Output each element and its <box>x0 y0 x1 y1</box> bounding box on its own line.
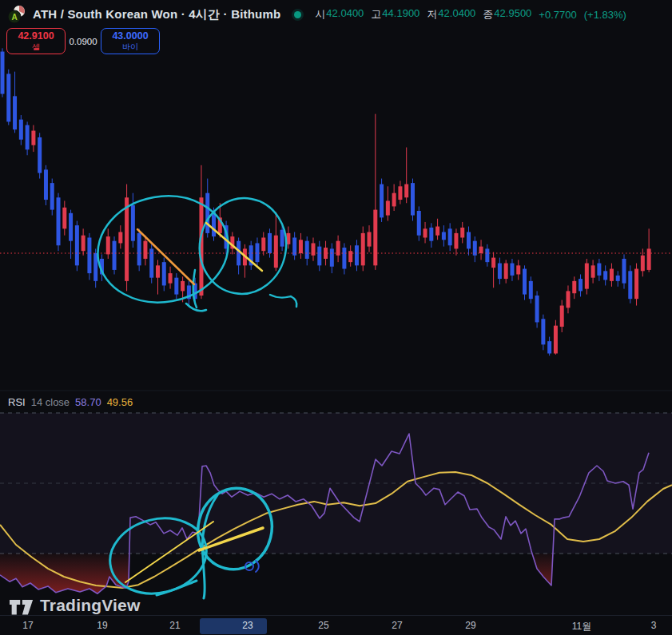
tradingview-logo-icon <box>10 593 34 617</box>
change-value: +0.7700 <box>539 9 576 21</box>
symbol-header: A ATH / South Korean Won · 4시간 · Bithumb… <box>6 4 626 25</box>
ohlc-values: 시42.0400 고44.1900 저42.0400 종42.9500 +0.7… <box>315 7 626 22</box>
tradingview-chart-screen: A ATH / South Korean Won · 4시간 · Bithumb… <box>0 0 672 635</box>
change-percent: (+1.83%) <box>584 9 626 21</box>
time-axis-label: 25 <box>318 620 328 631</box>
tradingview-watermark: TradingView <box>10 593 141 617</box>
indicator-name: RSI <box>8 396 26 408</box>
time-axis-label: 19 <box>97 620 107 631</box>
time-axis[interactable]: 1719212325272911월3 <box>0 615 672 635</box>
price-pane-drawings[interactable] <box>89 186 296 312</box>
rsi-ma-value: 49.56 <box>107 396 133 408</box>
time-axis-label: 23 <box>242 620 252 631</box>
time-axis-label: 27 <box>392 620 402 631</box>
time-axis-label: 17 <box>22 620 33 631</box>
rsi-indicator-legend[interactable]: RSI 14 close 58.70 49.56 <box>8 396 133 408</box>
market-status-dot[interactable] <box>294 11 301 18</box>
sell-button[interactable]: 42.9100 셀 <box>6 28 66 54</box>
chart-canvas[interactable] <box>0 0 672 635</box>
candlestick-series <box>1 48 651 355</box>
time-axis-label: 11월 <box>572 620 591 633</box>
trade-panel: 42.9100 셀 0.0900 43.0000 바이 <box>6 28 160 54</box>
spread-value: 0.0900 <box>66 37 101 46</box>
time-axis-highlight-box <box>200 618 267 634</box>
ath-token-logo-icon: A <box>6 4 27 25</box>
time-axis-label: 29 <box>465 620 475 631</box>
svg-text:A: A <box>11 13 17 22</box>
buy-button[interactable]: 43.0000 바이 <box>101 28 160 54</box>
rsi-band-background <box>0 413 672 554</box>
time-axis-label: 3 <box>651 620 657 631</box>
time-axis-label: 21 <box>169 620 180 631</box>
symbol-title[interactable]: ATH / South Korean Won · 4시간 · Bithumb <box>33 7 280 22</box>
rsi-value: 58.70 <box>75 396 101 408</box>
indicator-params: 14 close <box>31 396 70 408</box>
watermark-text: TradingView <box>40 596 141 615</box>
